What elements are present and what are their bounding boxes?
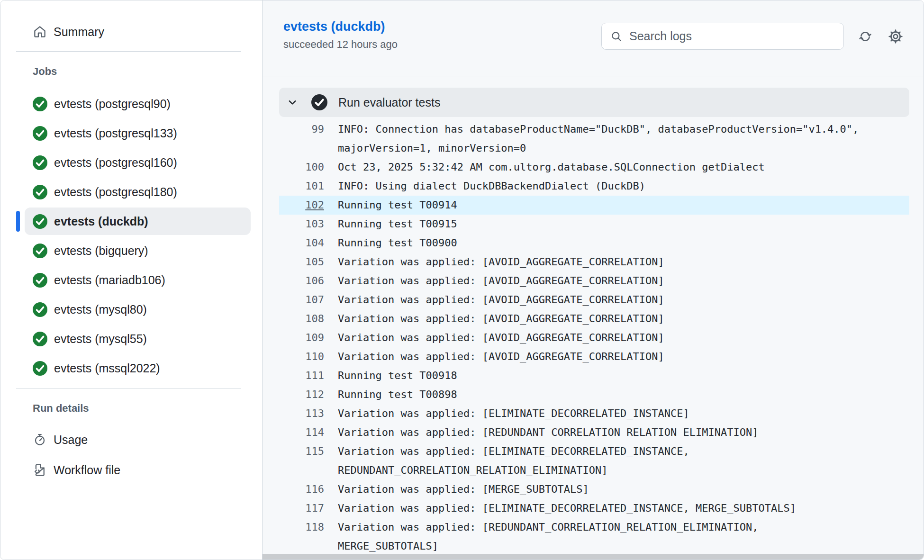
log-lines: 99 INFO: Connection has databaseProductN… (279, 117, 909, 556)
sidebar-item-mysql55[interactable]: evtests (mysql55) (25, 325, 251, 352)
log-line-text: Variation was applied: [AVOID_AGGREGATE_… (338, 309, 664, 328)
sidebar-item-postgresql180[interactable]: evtests (postgresql180) (25, 178, 251, 206)
workflow-run-window: Summary Jobs evtests (postgresql90) evte… (0, 0, 924, 560)
log-line[interactable]: 104 Running test T00900 (279, 234, 909, 253)
log-line-text: Variation was applied: [AVOID_AGGREGATE_… (338, 253, 664, 271)
log-line[interactable]: 105 Variation was applied: [AVOID_AGGREG… (279, 253, 909, 271)
sidebar-item-duckdb[interactable]: evtests (duckdb) (25, 208, 251, 235)
job-title-block: evtests (duckdb) succeeded 12 hours ago (283, 19, 398, 51)
log-line-number[interactable]: 107 (279, 290, 324, 309)
success-check-icon (33, 97, 47, 111)
run-details-heading: Run details (33, 401, 262, 415)
log-line[interactable]: 113 Variation was applied: [ELIMINATE_DE… (279, 404, 909, 423)
search-icon (610, 30, 623, 43)
sidebar-item-mariadb106[interactable]: evtests (mariadb106) (25, 266, 251, 294)
job-title-link[interactable]: evtests (duckdb) (283, 19, 398, 34)
success-check-icon (33, 126, 47, 141)
refresh-button[interactable] (856, 27, 874, 45)
log-line[interactable]: 108 Variation was applied: [AVOID_AGGREG… (279, 309, 909, 328)
log-line-number[interactable]: 106 (279, 271, 324, 290)
sidebar-item-bigquery[interactable]: evtests (bigquery) (25, 237, 251, 264)
log-line-text: INFO: Using dialect DuckDBBackendDialect… (338, 177, 645, 196)
log-line[interactable]: 118 Variation was applied: [REDUNDANT_CO… (279, 518, 909, 556)
log-line[interactable]: 106 Variation was applied: [AVOID_AGGREG… (279, 271, 909, 290)
log-line[interactable]: 112 Running test T00898 (279, 385, 909, 404)
log-area: Run evaluator tests 99 INFO: Connection … (263, 76, 924, 556)
log-line-number[interactable]: 116 (279, 480, 324, 499)
jobs-heading: Jobs (33, 64, 262, 79)
sidebar-item-label: evtests (mariadb106) (54, 273, 165, 287)
log-line-text: Variation was applied: [REDUNDANT_CORREL… (338, 423, 758, 442)
success-check-icon (33, 185, 47, 199)
log-line-text: Variation was applied: [ELIMINATE_DECORR… (338, 499, 796, 518)
log-line-text: Oct 23, 2025 5:32:42 AM com.ultorg.datab… (338, 158, 765, 177)
log-line[interactable]: 102 Running test T00914 (279, 196, 909, 215)
log-line-number[interactable]: 109 (279, 328, 324, 347)
log-line-number[interactable]: 100 (279, 158, 324, 177)
log-line-number[interactable]: 105 (279, 253, 324, 271)
sidebar-item-label: evtests (mssql2022) (54, 361, 160, 375)
sidebar-item-mysql80[interactable]: evtests (mysql80) (25, 296, 251, 323)
sidebar-item-usage[interactable]: Usage (25, 425, 251, 455)
sidebar-item-label: evtests (mysql80) (54, 303, 147, 316)
chevron-down-icon[interactable] (287, 97, 298, 108)
sidebar-item-label: evtests (postgresql160) (54, 156, 177, 170)
log-line-number[interactable]: 112 (279, 385, 324, 404)
step-header[interactable]: Run evaluator tests (279, 88, 909, 117)
log-line-text: Running test T00918 (338, 366, 457, 385)
sidebar-item-postgresql133[interactable]: evtests (postgresql133) (25, 119, 251, 147)
log-line-number[interactable]: 104 (279, 234, 324, 253)
log-line[interactable]: 103 Running test T00915 (279, 215, 909, 234)
log-line[interactable]: 107 Variation was applied: [AVOID_AGGREG… (279, 290, 909, 309)
search-box[interactable] (601, 23, 844, 50)
log-line-text: Running test T00898 (338, 385, 457, 404)
log-line-number[interactable]: 111 (279, 366, 324, 385)
log-line-text: Running test T00915 (338, 215, 457, 234)
log-line-number[interactable]: 117 (279, 499, 324, 518)
log-line-number[interactable]: 113 (279, 404, 324, 423)
log-line-text: Variation was applied: [ELIMINATE_DECORR… (338, 442, 865, 480)
log-line[interactable]: 116 Variation was applied: [MERGE_SUBTOT… (279, 480, 909, 499)
log-line-number[interactable]: 102 (279, 196, 324, 215)
log-line[interactable]: 110 Variation was applied: [AVOID_AGGREG… (279, 347, 909, 366)
sidebar-item-label: evtests (postgresql180) (54, 185, 177, 199)
log-line-text: Variation was applied: [AVOID_AGGREGATE_… (338, 328, 664, 347)
settings-button[interactable] (887, 27, 905, 45)
run-details-list: Usage Workflow file (0, 425, 262, 485)
gear-icon (888, 29, 903, 44)
log-line-number[interactable]: 108 (279, 309, 324, 328)
success-check-icon (33, 361, 47, 376)
log-line[interactable]: 115 Variation was applied: [ELIMINATE_DE… (279, 442, 909, 480)
log-line-number[interactable]: 118 (279, 518, 324, 537)
horizontal-scrollbar[interactable] (263, 554, 924, 560)
log-line[interactable]: 109 Variation was applied: [AVOID_AGGREG… (279, 328, 909, 347)
log-line-number[interactable]: 101 (279, 177, 324, 196)
log-line-number[interactable]: 115 (279, 442, 324, 461)
sidebar-item-mssql2022[interactable]: evtests (mssql2022) (25, 354, 251, 382)
success-check-icon (33, 332, 47, 346)
log-line-number[interactable]: 99 (279, 120, 324, 139)
sidebar-item-postgresql160[interactable]: evtests (postgresql160) (25, 149, 251, 176)
log-line[interactable]: 101 INFO: Using dialect DuckDBBackendDia… (279, 177, 909, 196)
log-line-text: Variation was applied: [AVOID_AGGREGATE_… (338, 271, 664, 290)
log-line-text: Variation was applied: [ELIMINATE_DECORR… (338, 404, 689, 423)
log-line-text: Variation was applied: [MERGE_SUBTOTALS] (338, 480, 589, 499)
log-line-number[interactable]: 103 (279, 215, 324, 234)
sidebar-item-label: Summary (54, 25, 104, 39)
sidebar-item-postgresql90[interactable]: evtests (postgresql90) (25, 90, 251, 117)
check-circle-dark-icon (311, 94, 327, 110)
log-line[interactable]: 111 Running test T00918 (279, 366, 909, 385)
sidebar-item-label: evtests (bigquery) (54, 244, 148, 258)
sidebar-divider (16, 388, 241, 388)
log-line[interactable]: 100 Oct 23, 2025 5:32:42 AM com.ultorg.d… (279, 158, 909, 177)
log-line-number[interactable]: 114 (279, 423, 324, 442)
sidebar-item-workflow-file[interactable]: Workflow file (25, 455, 251, 485)
search-input[interactable] (629, 29, 835, 43)
log-line[interactable]: 99 INFO: Connection has databaseProductN… (279, 120, 909, 158)
stopwatch-icon (33, 433, 47, 447)
job-status-text: succeeded 12 hours ago (283, 38, 398, 51)
sidebar-item-summary[interactable]: Summary (25, 18, 251, 46)
log-line-number[interactable]: 110 (279, 347, 324, 366)
log-line[interactable]: 117 Variation was applied: [ELIMINATE_DE… (279, 499, 909, 518)
log-line[interactable]: 114 Variation was applied: [REDUNDANT_CO… (279, 423, 909, 442)
